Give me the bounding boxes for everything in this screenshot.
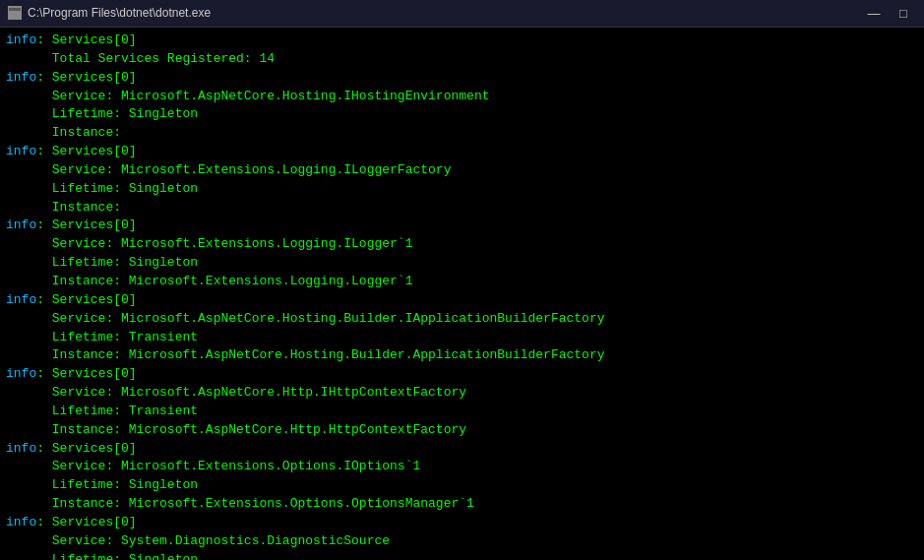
app-icon: [8, 6, 22, 20]
terminal-line: info: Services[0]: [6, 143, 918, 161]
title-bar-controls: — □: [861, 4, 916, 24]
terminal-line: Instance:: [6, 199, 918, 218]
terminal-line: Instance: Microsoft.AspNetCore.Http.Http…: [6, 421, 918, 440]
terminal-line: Service: Microsoft.AspNetCore.Http.IHttp…: [6, 384, 918, 403]
line-content: Service: System.Diagnostics.DiagnosticSo…: [6, 532, 390, 551]
line-content: Instance: Microsoft.Extensions.Options.O…: [6, 495, 474, 514]
info-label: info: [6, 143, 36, 161]
line-content: Instance: Microsoft.AspNetCore.Http.Http…: [6, 421, 466, 440]
line-content: Total Services Registered: 14: [6, 50, 275, 69]
svg-rect-1: [9, 8, 21, 11]
line-content: : Services[0]: [36, 291, 136, 310]
line-content: : Services[0]: [36, 440, 136, 459]
line-content: Service: Microsoft.AspNetCore.Http.IHttp…: [6, 384, 466, 403]
line-content: Lifetime: Transient: [6, 403, 198, 421]
line-content: Instance: Microsoft.Extensions.Logging.L…: [6, 273, 412, 291]
minimize-button[interactable]: —: [861, 4, 887, 24]
title-bar: C:\Program Files\dotnet\dotnet.exe — □: [0, 0, 924, 28]
terminal-line: info: Services[0]: [6, 69, 918, 88]
line-content: Service: Microsoft.Extensions.Logging.IL…: [6, 235, 412, 254]
line-content: : Services[0]: [36, 143, 136, 161]
terminal-line: info: Services[0]: [6, 217, 918, 235]
terminal-line: Instance:: [6, 124, 918, 143]
terminal-line: info: Services[0]: [6, 514, 918, 532]
info-label: info: [6, 31, 36, 50]
terminal-line: Service: Microsoft.AspNetCore.Hosting.Bu…: [6, 310, 918, 329]
info-label: info: [6, 69, 36, 88]
line-content: Instance:: [6, 124, 121, 143]
line-content: Lifetime: Transient: [6, 329, 198, 347]
terminal-line: Lifetime: Transient: [6, 403, 918, 421]
title-bar-left: C:\Program Files\dotnet\dotnet.exe: [8, 5, 211, 22]
terminal-line: Lifetime: Singleton: [6, 105, 918, 124]
terminal-line: Lifetime: Singleton: [6, 180, 918, 199]
info-label: info: [6, 291, 36, 310]
info-label: info: [6, 440, 36, 459]
line-content: Service: Microsoft.Extensions.Logging.IL…: [6, 161, 451, 180]
info-label: info: [6, 217, 36, 235]
terminal-line: info: Services[0]: [6, 440, 918, 459]
terminal-body: info: Services[0] Total Services Registe…: [0, 28, 924, 560]
terminal-line: info: Services[0]: [6, 291, 918, 310]
terminal-line: Lifetime: Transient: [6, 329, 918, 347]
line-content: Lifetime: Singleton: [6, 476, 198, 495]
line-content: : Services[0]: [36, 217, 136, 235]
line-content: : Services[0]: [36, 514, 136, 532]
line-content: Service: Microsoft.Extensions.Options.IO…: [6, 458, 420, 476]
terminal-line: Service: System.Diagnostics.DiagnosticSo…: [6, 532, 918, 551]
svg-rect-3: [11, 15, 17, 16]
terminal-line: Service: Microsoft.Extensions.Logging.IL…: [6, 161, 918, 180]
line-content: Service: Microsoft.AspNetCore.Hosting.IH…: [6, 88, 489, 106]
line-content: Instance: Microsoft.AspNetCore.Hosting.B…: [6, 346, 605, 365]
terminal-line: Lifetime: Singleton: [6, 254, 918, 273]
line-content: Lifetime: Singleton: [6, 551, 198, 560]
terminal-line: Service: Microsoft.Extensions.Logging.IL…: [6, 235, 918, 254]
info-label: info: [6, 365, 36, 384]
terminal-line: Lifetime: Singleton: [6, 551, 918, 560]
terminal-line: Instance: Microsoft.Extensions.Logging.L…: [6, 273, 918, 291]
window-title: C:\Program Files\dotnet\dotnet.exe: [28, 5, 211, 22]
line-content: Instance:: [6, 199, 121, 218]
info-label: info: [6, 514, 36, 532]
terminal-line: info: Services[0]: [6, 365, 918, 384]
terminal-line: info: Services[0]: [6, 31, 918, 50]
maximize-button[interactable]: □: [891, 4, 916, 24]
line-content: Lifetime: Singleton: [6, 105, 198, 124]
line-content: Service: Microsoft.AspNetCore.Hosting.Bu…: [6, 310, 605, 329]
terminal-line: Lifetime: Singleton: [6, 476, 918, 495]
terminal-line: Total Services Registered: 14: [6, 50, 918, 69]
line-content: Lifetime: Singleton: [6, 180, 198, 199]
svg-rect-2: [11, 13, 15, 14]
terminal-line: Service: Microsoft.AspNetCore.Hosting.IH…: [6, 88, 918, 106]
terminal-line: Instance: Microsoft.Extensions.Options.O…: [6, 495, 918, 514]
line-content: : Services[0]: [36, 69, 136, 88]
line-content: : Services[0]: [36, 31, 136, 50]
line-content: : Services[0]: [36, 365, 136, 384]
line-content: Lifetime: Singleton: [6, 254, 198, 273]
terminal-line: Instance: Microsoft.AspNetCore.Hosting.B…: [6, 346, 918, 365]
terminal-line: Service: Microsoft.Extensions.Options.IO…: [6, 458, 918, 476]
